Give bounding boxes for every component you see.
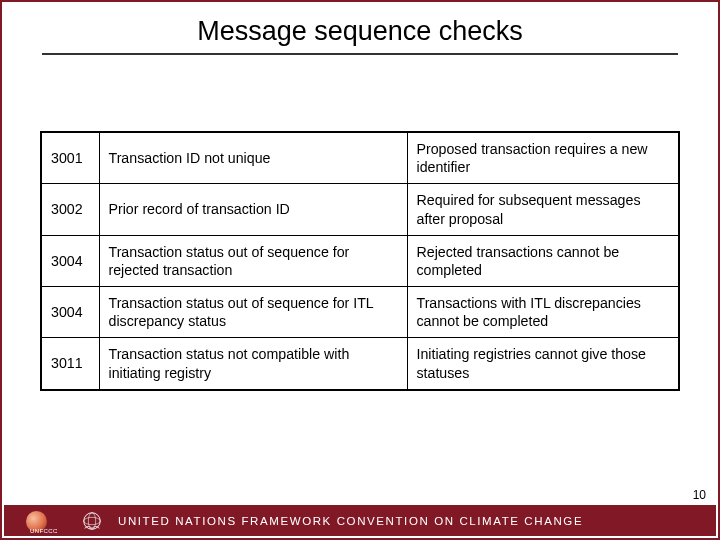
- check-code: 3004: [41, 287, 99, 338]
- page-number: 10: [693, 488, 706, 502]
- check-note: Proposed transaction requires a new iden…: [407, 132, 679, 184]
- check-note: Initiating registries cannot give those …: [407, 338, 679, 390]
- check-description: Transaction status not compatible with i…: [99, 338, 407, 390]
- check-code: 3002: [41, 184, 99, 235]
- table-row: 3004 Transaction status out of sequence …: [41, 287, 679, 338]
- un-emblem-icon: [80, 509, 104, 533]
- table-row: 3002 Prior record of transaction ID Requ…: [41, 184, 679, 235]
- check-note: Rejected transactions cannot be complete…: [407, 235, 679, 286]
- table-row: 3001 Transaction ID not unique Proposed …: [41, 132, 679, 184]
- check-description: Transaction status out of sequence for I…: [99, 287, 407, 338]
- check-code: 3004: [41, 235, 99, 286]
- svg-point-1: [84, 517, 101, 524]
- check-note: Required for subsequent messages after p…: [407, 184, 679, 235]
- check-code: 3001: [41, 132, 99, 184]
- unfccc-abbrev: UNFCCC: [30, 528, 58, 534]
- check-note: Transactions with ITL discrepancies cann…: [407, 287, 679, 338]
- check-description: Prior record of transaction ID: [99, 184, 407, 235]
- check-description: Transaction status out of sequence for r…: [99, 235, 407, 286]
- footer-bar: UNFCCC UNITED NATIONS FRAMEWORK CONVENTI…: [4, 505, 716, 536]
- check-code: 3011: [41, 338, 99, 390]
- check-description: Transaction ID not unique: [99, 132, 407, 184]
- unfccc-logo-icon: UNFCCC: [26, 509, 64, 532]
- slide-title: Message sequence checks: [42, 16, 678, 53]
- table-row: 3011 Transaction status not compatible w…: [41, 338, 679, 390]
- checks-table: 3001 Transaction ID not unique Proposed …: [40, 131, 680, 391]
- footer-org-name: UNITED NATIONS FRAMEWORK CONVENTION ON C…: [118, 515, 583, 527]
- table-row: 3004 Transaction status out of sequence …: [41, 235, 679, 286]
